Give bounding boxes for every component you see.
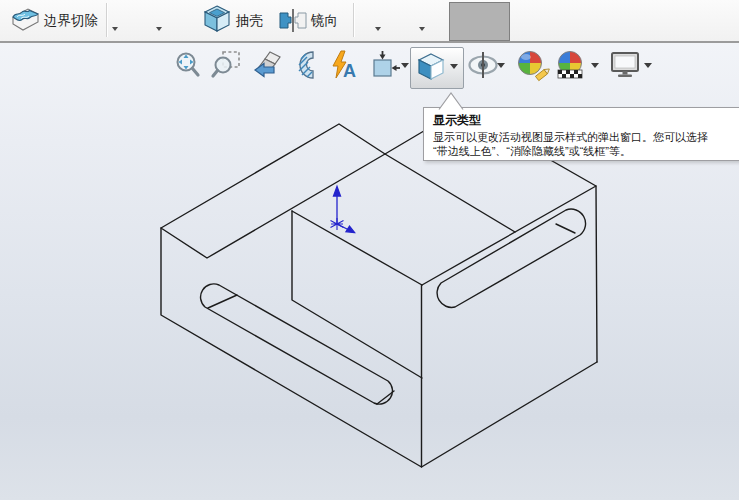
- right-slot: [437, 209, 585, 307]
- tooltip-body-line1: 显示可以更改活动视图显示样式的弹出窗口。您可以选择: [433, 131, 739, 145]
- zoom-to-fit-icon: [172, 49, 204, 81]
- zoom-to-area-icon: [210, 49, 242, 81]
- display-style-cube-icon: [416, 51, 446, 83]
- tooltip-body-line2: “带边线上色”、“消除隐藏线”或“线框”等。: [433, 145, 739, 159]
- model-front-edges: [161, 228, 422, 467]
- shell-label: 抽壳: [236, 12, 263, 30]
- model-step-edges: [292, 211, 422, 378]
- toolbar-separator: [353, 3, 354, 37]
- tooltip-title: 显示类型: [433, 112, 739, 129]
- zoom-to-area-button[interactable]: [210, 49, 242, 85]
- eye-icon: [467, 49, 499, 81]
- display-style-button[interactable]: [410, 47, 464, 89]
- flyout-arrow-3[interactable]: [375, 27, 381, 34]
- zoom-to-fit-button[interactable]: [172, 49, 204, 85]
- apply-scene-button[interactable]: [555, 49, 589, 87]
- toolbar-separator: [106, 3, 107, 37]
- command-manager-toolbar: 边界切除 抽壳 镜向: [0, 0, 739, 43]
- boundary-cut-label: 边界切除: [44, 12, 98, 30]
- shell-button[interactable]: 抽壳: [202, 0, 266, 41]
- hide-show-items-button[interactable]: [467, 49, 499, 85]
- svg-text:A: A: [343, 61, 356, 81]
- zoom-to-selection-dropdown[interactable]: [401, 63, 409, 72]
- model-bottom-right-edge: [422, 362, 598, 467]
- checkerboard: [558, 70, 582, 78]
- model-step-top-edge: [292, 211, 422, 285]
- model-right-face-top-edge: [422, 186, 596, 285]
- zoom-to-selection-button[interactable]: [369, 49, 401, 85]
- boundary-cut-icon: [8, 4, 42, 36]
- tooltip-callout-arrow: [436, 91, 466, 110]
- boundary-cut-button[interactable]: 边界切除: [7, 0, 137, 41]
- view-settings-button[interactable]: [609, 49, 641, 85]
- right-slot-chord: [556, 224, 575, 233]
- apply-scene-dropdown[interactable]: [591, 63, 599, 72]
- hide-show-items-dropdown[interactable]: [497, 63, 505, 72]
- annotation-views-button[interactable]: A: [329, 49, 363, 87]
- mirror-icon: [276, 4, 310, 35]
- previous-view-icon: [252, 49, 286, 81]
- zoom-to-selection-icon: [369, 49, 401, 81]
- annotation-views-icon: A: [329, 49, 363, 83]
- section-view-icon: [293, 49, 325, 81]
- blank-gray-button[interactable]: [449, 2, 510, 41]
- mirror-button[interactable]: 镜向: [276, 0, 340, 41]
- display-style-tooltip: 显示类型 显示可以更改活动视图显示样式的弹出窗口。您可以选择 “带边线上色”、“…: [423, 107, 739, 161]
- edit-appearance-icon: [516, 49, 552, 83]
- solidworks-window: { "toolbar_top": { "buttons": [ { "label…: [0, 0, 739, 500]
- model-top-front-edge: [385, 154, 515, 232]
- flyout-arrow-2[interactable]: [156, 27, 162, 34]
- left-slot-chord-1: [208, 295, 237, 308]
- section-view-button[interactable]: [293, 49, 325, 85]
- view-settings-dropdown[interactable]: [644, 63, 652, 72]
- mirror-label: 镜向: [311, 12, 338, 30]
- shell-icon: [202, 4, 232, 35]
- apply-scene-icon: [555, 49, 589, 83]
- origin-triad: [331, 187, 355, 233]
- model-top-strip: [161, 124, 385, 258]
- previous-view-button[interactable]: [252, 49, 286, 85]
- edit-appearance-button[interactable]: [516, 49, 552, 87]
- flyout-arrow-1[interactable]: [112, 27, 118, 34]
- monitor-icon: [609, 49, 641, 81]
- flyout-arrow-4[interactable]: [419, 27, 425, 34]
- display-style-dropdown[interactable]: [450, 64, 458, 73]
